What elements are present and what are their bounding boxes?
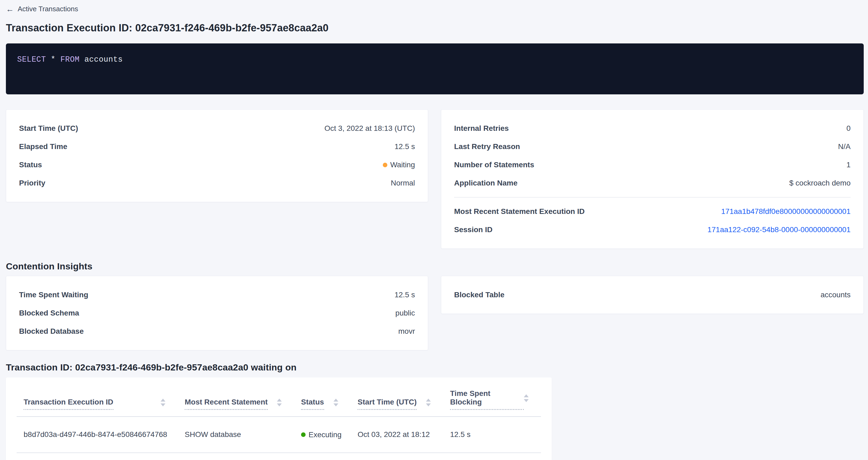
cell-start-time: Oct 03, 2022 at 18:12 [351, 417, 443, 453]
page-title: Transaction Execution ID: 02ca7931-f246-… [6, 22, 864, 34]
contention-card-right: Blocked Table accounts [441, 276, 864, 314]
session-id-row: Session ID 171aa122-c092-54b8-0000-00000… [454, 221, 850, 239]
status-value: Waiting [383, 160, 415, 169]
sort-icon [161, 399, 165, 406]
number-of-statements-value: 1 [846, 160, 850, 169]
contention-insights-heading: Contention Insights [6, 261, 864, 272]
cell-transaction-execution-id: b8d7d03a-d497-446b-8474-e50846674768 [17, 417, 178, 453]
cell-most-recent-statement: SHOW database [178, 417, 294, 453]
application-name-label: Application Name [454, 179, 517, 187]
start-time-row: Start Time (UTC) Oct 3, 2022 at 18:13 (U… [19, 119, 415, 137]
waiting-status-dot-icon [383, 163, 388, 167]
status-value-text: Waiting [390, 160, 415, 169]
status-label: Status [19, 160, 42, 169]
contention-card-left: Time Spent Waiting 12.5 s Blocked Schema… [6, 276, 428, 350]
blocked-table-row: Blocked Table accounts [454, 286, 850, 304]
last-retry-reason-label: Last Retry Reason [454, 142, 520, 151]
column-header-label: Time Spent Blocking [450, 389, 524, 410]
transaction-details-page: ← Active Transactions Transaction Execut… [0, 0, 868, 460]
application-name-value: $ cockroach demo [789, 179, 850, 187]
blocked-table-value: accounts [820, 290, 850, 299]
internal-retries-row: Internal Retries 0 [454, 119, 850, 137]
blocked-schema-value: public [395, 309, 415, 317]
waiting-transactions-table-card: Transaction Execution ID Most Recent Sta… [6, 377, 552, 460]
last-retry-reason-value: N/A [838, 142, 850, 151]
sql-statement: SELECT * FROM accounts [17, 55, 852, 64]
column-header-label: Status [301, 398, 324, 410]
elapsed-time-value: 12.5 s [395, 142, 415, 151]
priority-value: Normal [391, 179, 415, 187]
statement-execution-id-row: Most Recent Statement Execution ID 171aa… [454, 203, 850, 221]
column-header-transaction-execution-id[interactable]: Transaction Execution ID [17, 384, 178, 417]
number-of-statements-label: Number of Statements [454, 160, 534, 169]
sql-keyword-select: SELECT [17, 55, 46, 64]
overview-cards-row: Start Time (UTC) Oct 3, 2022 at 18:13 (U… [6, 110, 864, 249]
back-arrow-icon: ← [6, 5, 14, 13]
priority-row: Priority Normal [19, 174, 415, 192]
sort-icon [426, 399, 431, 406]
number-of-statements-row: Number of Statements 1 [454, 156, 850, 174]
sql-table-name: accounts [80, 55, 123, 64]
start-time-value: Oct 3, 2022 at 18:13 (UTC) [324, 124, 415, 133]
executing-status-dot-icon [301, 432, 306, 437]
statement-execution-id-label: Most Recent Statement Execution ID [454, 207, 585, 216]
sort-icon [524, 394, 529, 402]
last-retry-reason-row: Last Retry Reason N/A [454, 137, 850, 156]
session-id-label: Session ID [454, 225, 492, 234]
time-spent-waiting-row: Time Spent Waiting 12.5 s [19, 286, 415, 304]
start-time-label: Start Time (UTC) [19, 124, 78, 133]
card-divider [454, 197, 850, 197]
blocked-schema-row: Blocked Schema public [19, 304, 415, 322]
time-spent-waiting-value: 12.5 s [395, 290, 415, 299]
waiting-on-heading: Transaction ID: 02ca7931-f246-469b-b2fe-… [6, 362, 864, 373]
blocked-database-label: Blocked Database [19, 327, 84, 336]
overview-card-left: Start Time (UTC) Oct 3, 2022 at 18:13 (U… [6, 110, 428, 202]
internal-retries-label: Internal Retries [454, 124, 509, 133]
application-name-row: Application Name $ cockroach demo [454, 174, 850, 192]
table-row: b8d7d03a-d497-446b-8474-e50846674768 SHO… [17, 417, 541, 453]
cell-status-text: Executing [309, 431, 342, 439]
column-header-status[interactable]: Status [294, 384, 351, 417]
contention-cards-row: Time Spent Waiting 12.5 s Blocked Schema… [6, 276, 864, 350]
overview-card-right: Internal Retries 0 Last Retry Reason N/A… [441, 110, 864, 249]
column-header-label: Most Recent Statement [185, 398, 268, 410]
waiting-transactions-table: Transaction Execution ID Most Recent Sta… [17, 384, 541, 453]
back-link-label: Active Transactions [18, 5, 78, 13]
sql-keyword-from: FROM [60, 55, 80, 64]
elapsed-time-label: Elapsed Time [19, 142, 67, 151]
cell-status: Executing [294, 417, 351, 453]
priority-label: Priority [19, 179, 45, 187]
cell-time-spent-blocking: 12.5 s [443, 417, 541, 453]
column-header-label: Start Time (UTC) [358, 398, 416, 410]
back-link-active-transactions[interactable]: ← Active Transactions [6, 5, 78, 13]
column-header-time-spent-blocking[interactable]: Time Spent Blocking [443, 384, 541, 417]
table-header-row: Transaction Execution ID Most Recent Sta… [17, 384, 541, 417]
column-header-start-time[interactable]: Start Time (UTC) [351, 384, 443, 417]
internal-retries-value: 0 [846, 124, 850, 133]
blocked-schema-label: Blocked Schema [19, 309, 79, 317]
blocked-database-row: Blocked Database movr [19, 322, 415, 340]
blocked-table-label: Blocked Table [454, 290, 504, 299]
sql-star: * [46, 55, 60, 64]
sql-statement-box: SELECT * FROM accounts [6, 43, 864, 94]
sort-icon [277, 399, 282, 406]
elapsed-time-row: Elapsed Time 12.5 s [19, 137, 415, 156]
time-spent-waiting-label: Time Spent Waiting [19, 290, 88, 299]
blocked-database-value: movr [398, 327, 415, 336]
column-header-most-recent-statement[interactable]: Most Recent Statement [178, 384, 294, 417]
status-row: Status Waiting [19, 156, 415, 174]
column-header-label: Transaction Execution ID [24, 398, 114, 410]
sort-icon [334, 399, 338, 406]
session-id-link[interactable]: 171aa122-c092-54b8-0000-000000000001 [707, 225, 850, 234]
statement-execution-id-link[interactable]: 171aa1b478fdf0e80000000000000001 [721, 207, 850, 216]
